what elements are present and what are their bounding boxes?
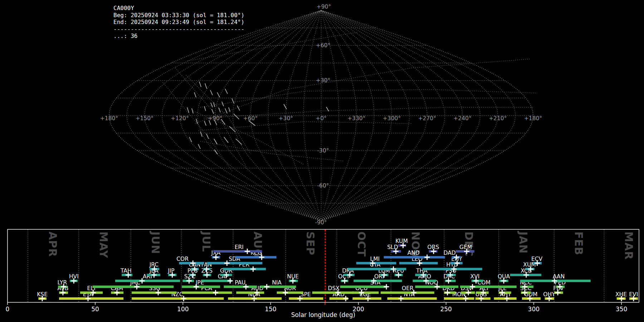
map-lon-label: +0° xyxy=(316,115,327,122)
map-lon-label: +240° xyxy=(453,115,471,122)
shower-bar-STA xyxy=(340,286,387,288)
shower-label-COR: COR xyxy=(176,256,189,262)
map-lat-label: -30° xyxy=(317,147,329,154)
grid-meridian xyxy=(215,10,321,221)
meteor-segment xyxy=(205,83,207,89)
shower-label-ECV: ECV xyxy=(531,256,543,262)
activity-timeline: APRMAYJUNJULAUGSEPOCTNOVDECJANFEBMARKSEE… xyxy=(6,229,639,318)
shower-label-HVI: HVI xyxy=(69,273,79,280)
shower-bar-CTA xyxy=(348,268,406,270)
shower-label-DSX: DSX xyxy=(328,285,340,292)
meteor-segment xyxy=(194,92,196,97)
meteor-plot-canvas: +180°+150°+120°+90°+60°+30°+0°+330°+300°… xyxy=(0,0,644,322)
radiant-trace xyxy=(200,89,537,107)
map-lat-label: -60° xyxy=(317,182,329,189)
meteor-segment xyxy=(204,106,206,111)
shower-peak-marker-NTA xyxy=(398,296,404,301)
separator-line: -------------------------------------- xyxy=(113,26,244,33)
shower-peak-marker-AND xyxy=(424,255,430,260)
x-tick-label: 300 xyxy=(528,306,540,313)
end-time-line: End: 20250924 09:23:49 (sol = 181.24°) xyxy=(113,19,244,26)
shower-label-LYR: LYR xyxy=(57,279,67,286)
x-tick-label: 50 xyxy=(91,306,99,313)
shower-peak-marker-ERI xyxy=(245,249,250,254)
radiant-trace xyxy=(195,59,530,123)
meteor-segment xyxy=(284,104,287,109)
shower-label-ERI: ERI xyxy=(235,244,244,250)
shower-label-DAD: DAD xyxy=(443,250,455,256)
month-label: APR xyxy=(47,231,59,257)
meteor-segment xyxy=(210,90,213,95)
shower-bar-CAP xyxy=(201,280,231,282)
meteor-segment xyxy=(199,82,201,87)
x-axis-title: Solar longitude (deg) xyxy=(291,311,356,318)
meteor-segment xyxy=(326,107,329,111)
camera-id: CA000Y xyxy=(113,5,244,12)
shower-bar-AND xyxy=(384,256,445,259)
month-label: SEP xyxy=(304,231,317,255)
meteor-segment xyxy=(225,89,228,94)
shower-label-NUE: NUE xyxy=(287,273,299,280)
map-lon-label: +60° xyxy=(243,115,258,122)
shower-label-EVI: EVI xyxy=(629,291,638,298)
meteor-segment xyxy=(224,137,228,143)
info-header: CA000YBeg: 20250924 03:33:30 (sol = 181.… xyxy=(113,5,244,40)
radiant-trace xyxy=(163,82,233,172)
shower-label-OHY: OHY xyxy=(543,291,555,298)
shower-label-AND: AND xyxy=(408,250,420,256)
shower-peak-marker-NIA xyxy=(264,284,269,289)
meteor-segment xyxy=(211,103,213,107)
shower-peak-marker-STA xyxy=(384,284,389,289)
shower-bar-LMI xyxy=(356,262,396,264)
meteor-segment xyxy=(225,108,227,113)
radiant-trace xyxy=(186,75,250,154)
map-lon-label: +30° xyxy=(279,115,293,122)
map-lon-label: +120° xyxy=(171,115,189,122)
map-south-pole-label: -90° xyxy=(315,219,327,226)
meteor-segment xyxy=(206,134,209,139)
x-tick-label: 250 xyxy=(440,306,452,313)
shower-label-GEM: GEM xyxy=(459,244,472,250)
month-label: JUL xyxy=(200,231,213,252)
map-lat-label: +30° xyxy=(316,77,330,84)
shower-bar-NZC xyxy=(132,297,224,300)
meteor-segment xyxy=(229,107,230,112)
x-tick-label: 150 xyxy=(265,306,276,313)
meteor-segment xyxy=(189,137,192,142)
meteor-segment xyxy=(236,139,242,145)
shower-label-TAH: TAH xyxy=(120,268,132,274)
meteor-segment xyxy=(192,108,193,113)
shower-label-JIP: JIP xyxy=(167,268,175,274)
shower-peak-marker-PER xyxy=(250,267,256,272)
shower-label-KSE: KSE xyxy=(37,291,48,298)
shower-label-SLD: SLD xyxy=(387,244,398,250)
meteor-segment xyxy=(200,132,202,137)
begin-time-line: Beg: 20250924 03:33:30 (sol = 181.00°) xyxy=(113,12,244,19)
shower-bar-AUR xyxy=(277,292,303,294)
map-lon-label: +210° xyxy=(489,115,507,122)
shower-bar-PCA xyxy=(182,292,232,294)
x-tick-label: 0 xyxy=(6,306,10,313)
radiant-trace xyxy=(199,122,411,131)
map-north-pole-label: +90° xyxy=(317,4,331,10)
meteor-segment xyxy=(196,119,197,124)
shower-bar-OCU xyxy=(352,292,379,294)
x-tick-label: 350 xyxy=(616,306,627,313)
shower-bar-SPE xyxy=(289,297,323,300)
shower-label-JRC: JRC xyxy=(149,262,158,268)
meteor-segment xyxy=(187,107,189,113)
meteor-segment xyxy=(229,126,235,132)
x-tick-label: 100 xyxy=(177,306,189,313)
shower-bar-AUD xyxy=(236,292,264,294)
meteor-segment xyxy=(204,121,206,126)
shower-label-ORS: ORS xyxy=(427,244,439,250)
shower-label-PAU: PAU xyxy=(235,279,245,286)
shower-bar-JMC xyxy=(92,286,174,288)
shower-label-XVI: XVI xyxy=(470,273,480,280)
meteor-segment xyxy=(214,139,217,144)
shower-bar-DSX xyxy=(312,292,354,294)
shower-bar-NTA xyxy=(387,297,437,300)
shower-bar-SSG xyxy=(132,292,176,294)
map-lon-label: +330° xyxy=(347,115,365,122)
shower-label-AAN: AAN xyxy=(553,273,565,280)
